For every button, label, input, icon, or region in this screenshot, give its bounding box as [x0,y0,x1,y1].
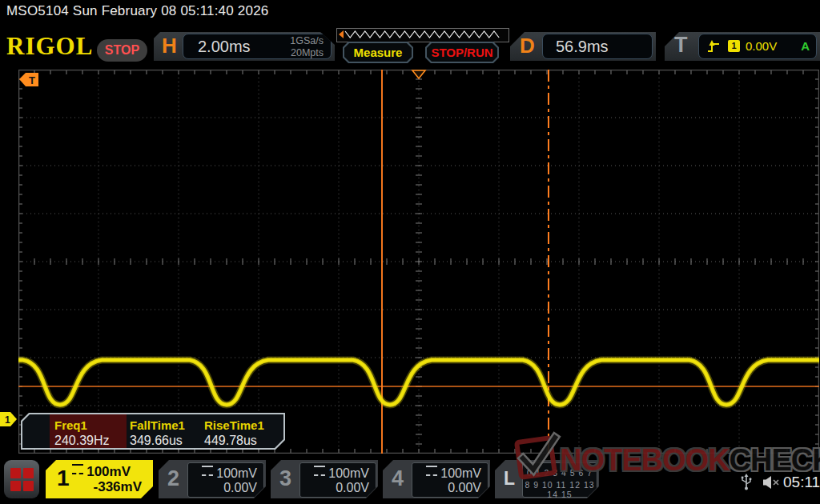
trigger-settings-button[interactable]: T 1 0.00V A [665,32,820,61]
delay-settings-button[interactable]: D 56.9ms [510,32,656,61]
sample-rate: 1GSa/s [290,35,324,47]
watermark-notebook-text: NOTEBOOK [560,443,730,477]
stop-run-button-label: STOP/RUN [431,46,492,59]
channel2-button[interactable]: 2 100mV 0.00V [159,460,266,498]
waveform-overview-strip[interactable] [336,28,509,42]
channel4-number: 4 [392,466,404,491]
channel2-number: 2 [167,466,179,491]
channel3-number: 3 [279,466,291,491]
trigger-sweep-mode: A [801,39,810,53]
channel2-scale: 100mV [216,466,257,480]
svg-text:T: T [29,74,35,86]
measurement-value: 240.39Hz [54,434,110,448]
trigger-source-badge: 1 [728,40,740,52]
rigol-logo: RIGOL [6,32,93,61]
dc-coupling-icon [72,464,83,474]
horizontal-settings-button[interactable]: H 2.00ms 1GSa/s 20Mpts [154,32,335,61]
overview-zigzag-icon [337,29,507,40]
timebase-display[interactable]: 2.00ms 1GSa/s 20Mpts [183,34,332,59]
notebookcheck-checkmark-logo [507,430,565,487]
measure-button-label: Measure [354,46,403,59]
channel1-button[interactable]: 1 100mV -336mV [46,460,153,498]
menu-grid-icon [10,468,21,478]
channel1-level-marker[interactable]: 1 [0,411,18,427]
measurement-value: 449.78us [204,434,257,448]
svg-text:1: 1 [5,414,10,426]
channel3-scale: 100mV [328,466,369,480]
dc-coupling-icon [426,466,437,476]
memory-depth: 20Mpts [290,47,324,59]
measurement-label[interactable]: RiseTime1 [204,418,264,432]
trigger-level-value: 0.00V [746,39,777,53]
delay-value: 56.9ms [556,38,609,56]
channel4-scale: 100mV [440,466,481,480]
trigger-label: T [674,33,688,58]
channel1-offset: -336mV [94,479,142,494]
measure-button[interactable]: Measure [343,42,413,63]
notebookcheck-watermark: NOTEBOOKCHECK [507,430,820,487]
trigger-display[interactable]: 1 0.00V A [698,34,817,59]
menu-button[interactable] [4,460,39,498]
measurement-value: 349.66us [130,434,183,448]
watermark-check-text: CHECK [730,443,820,477]
channel1-scale: 100mV [86,464,131,479]
acquisition-status-badge: STOP [97,39,147,62]
window-title: MSO5104 Sun February 08 05:11:40 2026 [6,3,268,19]
graticule-and-trace: T [18,70,819,454]
measurement-label[interactable]: Freq1 [54,418,87,432]
measurement-label[interactable]: FallTime1 [130,418,185,432]
channel4-offset: 0.00V [448,481,481,495]
measurement-results-panel[interactable]: Freq1 240.39Hz FallTime1 349.66us RiseTi… [21,413,285,450]
channel2-offset: 0.00V [223,481,257,495]
horizontal-label: H [162,34,177,58]
delay-label: D [520,34,535,58]
stop-run-button[interactable]: STOP/RUN [425,42,499,63]
channel1-number: 1 [57,466,70,491]
rising-edge-icon [707,39,721,54]
channel3-button[interactable]: 3 100mV 0.00V [271,460,378,498]
channel4-button[interactable]: 4 100mV 0.00V [383,460,490,498]
waveform-display[interactable]: T [18,70,819,454]
delay-display[interactable]: 56.9ms [542,34,653,59]
timebase-value: 2.00ms [198,38,251,56]
dc-coupling-icon [202,466,213,476]
dc-coupling-icon [314,466,325,476]
channel3-offset: 0.00V [336,481,369,495]
